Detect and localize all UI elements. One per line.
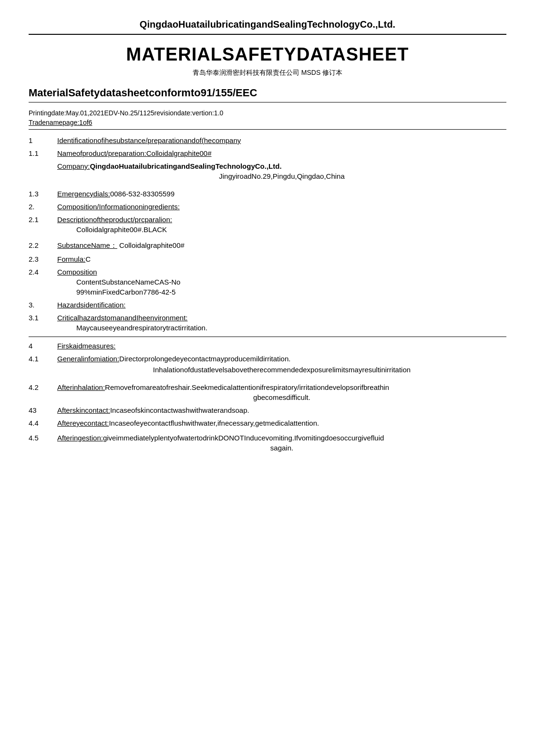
section-num-1: 1 bbox=[29, 136, 57, 144]
section-4-2: 4.2 Afterinhalation:Removefromareatofres… bbox=[29, 383, 506, 401]
section-2-3: 2.3 Formula:C bbox=[29, 255, 506, 263]
section-num-3-1: 3.1 bbox=[29, 314, 57, 322]
section-num-4-5: 4.5 bbox=[29, 434, 57, 442]
section-2-4: 2.4 Composition ContentSubstanceNameCAS-… bbox=[29, 268, 506, 296]
section-content-2-1: Descriptionoftheproduct/prcparalion: Col… bbox=[57, 215, 506, 236]
section-num-3: 3. bbox=[29, 301, 57, 309]
company-label: Company: bbox=[57, 162, 90, 170]
section-1-1: 1.1 Nameofproduct/preparation:Colloidalg… bbox=[29, 149, 506, 157]
company-name: QingdaoHuatailubricatingandSealingTechno… bbox=[140, 19, 395, 30]
main-title: MATERIALSAFETYDATASHEET bbox=[29, 44, 506, 65]
section-1-3: 1.3 Emergencydials:0086-532-83305599 bbox=[29, 190, 506, 198]
section-4: 4 Firskaidmeasures: bbox=[29, 342, 506, 350]
company-value: QingdaoHuatailubricatingandSealingTechno… bbox=[90, 162, 281, 170]
section-content-2-4: Composition ContentSubstanceNameCAS-No 9… bbox=[57, 268, 506, 296]
section-4-4: 4.4 Aftereyecontact:Incaseofeyecontactfl… bbox=[29, 419, 506, 427]
section-num-4-2: 4.2 bbox=[29, 383, 57, 391]
section-4-1: 4.1 Generalinfomiation:Directorprolonged… bbox=[29, 355, 506, 378]
company-header: QingdaoHuatailubricatingandSealingTechno… bbox=[29, 19, 506, 35]
section-2: 2. Composition/Informationoningredients: bbox=[29, 203, 506, 211]
trade-name: Tradenamepage:1of6 bbox=[29, 119, 506, 130]
section-content-1: Identificationofihesubstance/preparation… bbox=[57, 136, 506, 144]
section-content-1-3: Emergencydials:0086-532-83305599 bbox=[57, 190, 506, 198]
section-content-2: Composition/Informationoningredients: bbox=[57, 203, 506, 211]
section-num-2-3: 2.3 bbox=[29, 255, 57, 263]
section-num-2-1: 2.1 bbox=[29, 215, 57, 224]
section-2-2: 2.2 SubstanceName： Colloidalgraphite00# bbox=[29, 241, 506, 250]
doc-title: MaterialSafetydatasheetconformto91/155/E… bbox=[29, 87, 506, 102]
section-content-3: Hazardsidentification: bbox=[57, 301, 506, 309]
section-2-4-line2: 99%minFixedCarbon7786-42-5 bbox=[57, 288, 506, 296]
section-content-2-2: SubstanceName： Colloidalgraphite00# bbox=[57, 241, 506, 250]
section-num-4-3: 43 bbox=[29, 406, 57, 414]
section-3-1: 3.1 CriticalhazardstomanandIheenvironmen… bbox=[29, 314, 506, 332]
section-2-4-line1: ContentSubstanceNameCAS-No bbox=[57, 278, 506, 286]
section-content-4-4: Aftereyecontact:Incaseofeyecontactflushw… bbox=[57, 419, 506, 427]
section-2-1-extra: Colloidalgraphite00#.BLACK bbox=[57, 225, 506, 234]
section-4-1-centered: Inhalationofdustatlevelsabovetherecommen… bbox=[57, 366, 506, 374]
company-line: Company:QingdaoHuatailubricatingandSeali… bbox=[57, 162, 506, 170]
section-content-1-1: Nameofproduct/preparation:Colloidalgraph… bbox=[57, 149, 506, 157]
section-num-4-1: 4.1 bbox=[29, 355, 57, 363]
company-address: JingyiroadNo.29,Pingdu,Qingdao,China bbox=[57, 172, 506, 180]
section-num-1-3: 1.3 bbox=[29, 190, 57, 198]
company-block: Company:QingdaoHuatailubricatingandSeali… bbox=[29, 162, 506, 180]
section-num-4: 4 bbox=[29, 342, 57, 350]
section-content-4-1: Generalinfomiation:Directorprolongedeyec… bbox=[57, 355, 506, 378]
section-4-5: 4.5 Afteringestion:giveimmediatelyplenty… bbox=[29, 434, 506, 452]
divider-after-3-1 bbox=[29, 337, 506, 337]
section-content-4-2: Afterinhalation:Removefromareatofreshair… bbox=[57, 383, 506, 401]
section-3: 3. Hazardsidentification: bbox=[29, 301, 506, 309]
section-4-3: 43 Afterskincontact:Incaseofskincontactw… bbox=[29, 406, 506, 414]
section-4-2-extra: gbecomesdifficult. bbox=[57, 393, 506, 401]
section-content-4: Firskaidmeasures: bbox=[57, 342, 506, 350]
section-num-2-4: 2.4 bbox=[29, 268, 57, 276]
print-date: Printingdate:May.01,2021EDV-No.25/1125re… bbox=[29, 109, 506, 117]
section-content-4-3: Afterskincontact:Incaseofskincontactwash… bbox=[57, 406, 506, 414]
section-num-4-4: 4.4 bbox=[29, 419, 57, 427]
section-3-1-extra: Maycauseeyeandrespiratorytractirritation… bbox=[57, 324, 506, 332]
section-2-1: 2.1 Descriptionoftheproduct/prcparalion:… bbox=[29, 215, 506, 236]
section-content-4-5: Afteringestion:giveimmediatelyplentyofwa… bbox=[57, 434, 506, 452]
section-num-1-1: 1.1 bbox=[29, 149, 57, 157]
section-4-5-extra: sagain. bbox=[57, 444, 506, 452]
section-num-2-2: 2.2 bbox=[29, 241, 57, 249]
subtitle-chinese: 青岛华泰润滑密封科技有限责任公司 MSDS 修订本 bbox=[29, 69, 506, 77]
section-num-2: 2. bbox=[29, 203, 57, 211]
section-1: 1 Identificationofihesubstance/preparati… bbox=[29, 136, 506, 144]
section-content-2-3: Formula:C bbox=[57, 255, 506, 263]
section-content-3-1: CriticalhazardstomanandIheenvironment: M… bbox=[57, 314, 506, 332]
